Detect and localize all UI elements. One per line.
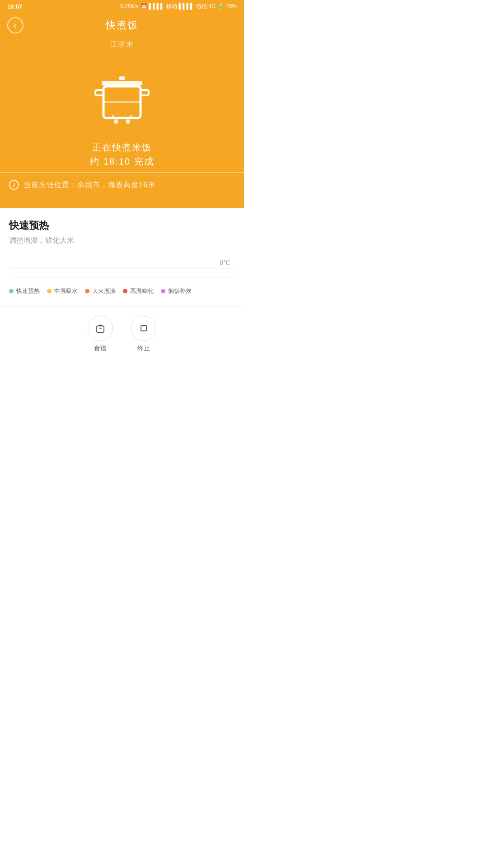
- svg-rect-0: [119, 76, 125, 80]
- location-bar: i 当前烹饪位置：余姚市，海拔高度16米: [0, 173, 244, 197]
- nav-bar: ‹ 快煮饭: [0, 13, 244, 38]
- legend-item-medium-absorb: 中温吸水: [47, 287, 78, 295]
- signal1-icon: ▌▌▌▌: [149, 3, 164, 9]
- svg-point-6: [114, 119, 118, 124]
- svg-rect-1: [102, 81, 142, 85]
- battery-icon: 🔋: [217, 3, 224, 9]
- bottom-nav: 食谱 终止: [0, 307, 244, 366]
- legend-item-high-boil: 大火煮沸: [85, 287, 116, 295]
- back-button[interactable]: ‹: [7, 17, 23, 33]
- recipe-label: 食谱: [94, 344, 107, 353]
- legend-label-high-gelatinize: 高温糊化: [130, 287, 154, 295]
- status-right: 0.25K/s ⏰ ▌▌▌▌ 移动 ▌▌▌▌ 电信 4G 🔋 45%: [120, 3, 237, 10]
- network-speed: 0.25K/s: [120, 3, 139, 9]
- legend-dot-high-boil: [85, 289, 89, 293]
- svg-point-8: [112, 115, 114, 118]
- location-text: 当前烹饪位置：余姚市，海拔高度16米: [23, 180, 155, 190]
- legend: 快速预热中温吸水大火煮沸高温糊化焖饭补炊: [9, 278, 235, 306]
- legend-item-steam-finish: 焖饭补炊: [161, 287, 192, 295]
- back-icon: ‹: [14, 21, 16, 29]
- cooker-svg-icon: [88, 67, 156, 131]
- cooking-status-line2: 约 18:10 完成: [90, 156, 154, 168]
- legend-dot-quick-preheat: [9, 289, 14, 293]
- orange-header: ‹ 快煮饭 江浙米 正在快煮米饭 约 1: [0, 13, 244, 208]
- progress-track: [9, 268, 235, 269]
- stop-label: 终止: [137, 344, 150, 353]
- temperature-value: 0: [220, 259, 223, 266]
- legend-label-high-boil: 大火煮沸: [92, 287, 116, 295]
- progress-area: [9, 268, 235, 278]
- stop-circle: [131, 316, 156, 341]
- status-bar: 18:07 0.25K/s ⏰ ▌▌▌▌ 移动 ▌▌▌▌ 电信 4G 🔋 45%: [0, 0, 244, 13]
- legend-dot-high-gelatinize: [123, 289, 127, 293]
- signal2-icon: ▌▌▌▌: [179, 3, 194, 9]
- svg-rect-11: [97, 326, 104, 332]
- legend-label-medium-absorb: 中温吸水: [54, 287, 78, 295]
- cooker-illustration: [88, 67, 156, 132]
- recipe-bag-icon: [94, 322, 106, 334]
- legend-dot-medium-absorb: [47, 289, 52, 293]
- carrier1: 移动: [166, 3, 177, 10]
- battery-level: 45%: [226, 3, 237, 9]
- svg-rect-3: [103, 101, 141, 103]
- legend-item-quick-preheat: 快速预热: [9, 287, 40, 295]
- carrier2: 电信 4G: [196, 3, 216, 10]
- nav-recipe[interactable]: 食谱: [88, 316, 113, 353]
- recipe-circle: [88, 316, 113, 341]
- svg-rect-13: [141, 326, 146, 331]
- rice-type-subtitle: 江浙米: [110, 40, 134, 49]
- temperature-unit: ℃: [223, 259, 230, 266]
- svg-point-9: [121, 117, 123, 119]
- legend-label-quick-preheat: 快速预热: [16, 287, 40, 295]
- cooking-status-line1: 正在快煮米饭: [92, 142, 152, 154]
- svg-rect-4: [95, 90, 103, 95]
- svg-rect-5: [141, 90, 149, 95]
- svg-point-7: [126, 119, 130, 124]
- info-icon: i: [9, 180, 19, 190]
- legend-label-steam-finish: 焖饭补炊: [168, 287, 192, 295]
- nav-stop[interactable]: 终止: [131, 316, 156, 353]
- page-title: 快煮饭: [106, 19, 138, 32]
- status-time: 18:07: [7, 3, 22, 10]
- phase-desc: 调控增温，软化大米: [9, 236, 235, 245]
- temperature-display: 0 ℃: [9, 259, 235, 266]
- svg-point-10: [130, 115, 132, 118]
- legend-dot-steam-finish: [161, 289, 165, 293]
- legend-item-high-gelatinize: 高温糊化: [123, 287, 154, 295]
- alarm-icon: ⏰: [141, 3, 147, 9]
- stop-icon: [138, 322, 150, 334]
- phase-title: 快速预热: [9, 219, 235, 232]
- white-section: 快速预热 调控增温，软化大米 0 ℃ 快速预热中温吸水大火煮沸高温糊化焖饭补炊: [0, 208, 244, 306]
